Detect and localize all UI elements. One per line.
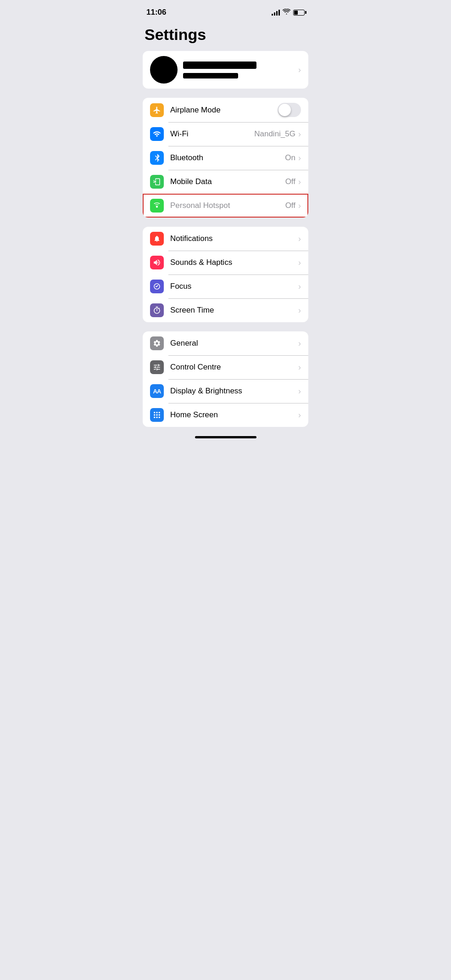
airplane-mode-toggle[interactable] xyxy=(278,103,301,117)
airplane-mode-label: Airplane Mode xyxy=(170,106,278,115)
display-brightness-label: Display & Brightness xyxy=(170,386,298,396)
display-brightness-row[interactable]: AA Display & Brightness › xyxy=(143,379,308,403)
general-row[interactable]: General › xyxy=(143,331,308,355)
notifications-icon xyxy=(150,232,164,246)
svg-rect-8 xyxy=(159,417,160,418)
display-group: General › Control Centre › AA Display & … xyxy=(143,331,308,427)
mobile-data-icon xyxy=(150,175,164,189)
status-time: 11:06 xyxy=(146,8,166,17)
svg-rect-2 xyxy=(159,412,160,413)
screen-time-row[interactable]: Screen Time › xyxy=(143,298,308,322)
general-icon xyxy=(150,336,164,350)
sounds-icon xyxy=(150,256,164,269)
home-screen-label: Home Screen xyxy=(170,410,298,420)
control-centre-chevron: › xyxy=(298,363,301,372)
screen-time-label: Screen Time xyxy=(170,306,298,315)
wifi-value: Nandini_5G xyxy=(254,129,295,139)
home-screen-chevron: › xyxy=(298,410,301,420)
svg-rect-0 xyxy=(154,412,155,413)
mobile-data-row[interactable]: Mobile Data Off › xyxy=(143,170,308,194)
control-centre-icon xyxy=(150,360,164,374)
airplane-mode-icon xyxy=(150,103,164,117)
chevron-icon: › xyxy=(298,65,301,75)
home-screen-icon xyxy=(150,408,164,422)
focus-label: Focus xyxy=(170,282,298,291)
screen-time-chevron: › xyxy=(298,306,301,315)
notifications-chevron: › xyxy=(298,234,301,244)
airplane-mode-row[interactable]: Airplane Mode xyxy=(143,98,308,122)
status-bar: 11:06 xyxy=(135,0,316,22)
display-brightness-chevron: › xyxy=(298,386,301,396)
wifi-settings-icon xyxy=(150,127,164,141)
home-indicator xyxy=(195,436,256,438)
notifications-group: Notifications › Sounds & Haptics › Focus… xyxy=(143,227,308,322)
svg-rect-4 xyxy=(156,414,158,416)
personal-hotspot-row[interactable]: Personal Hotspot Off › xyxy=(143,194,308,218)
bluetooth-row[interactable]: Bluetooth On › xyxy=(143,146,308,170)
svg-rect-1 xyxy=(156,412,158,413)
profile-content xyxy=(150,56,298,84)
hotspot-chevron: › xyxy=(298,201,301,211)
profile-info xyxy=(183,62,256,78)
general-chevron: › xyxy=(298,339,301,348)
sounds-chevron: › xyxy=(298,258,301,268)
wifi-chevron: › xyxy=(298,129,301,139)
profile-row[interactable]: › xyxy=(143,51,308,89)
avatar xyxy=(150,56,178,84)
svg-rect-5 xyxy=(159,414,160,416)
general-label: General xyxy=(170,339,298,348)
focus-chevron: › xyxy=(298,282,301,291)
svg-rect-7 xyxy=(156,417,158,418)
profile-name-redacted xyxy=(183,62,256,69)
connectivity-group: Airplane Mode Wi-Fi Nandini_5G › Bluetoo… xyxy=(143,98,308,218)
svg-rect-3 xyxy=(154,414,155,416)
svg-rect-6 xyxy=(154,417,155,418)
bluetooth-value: On xyxy=(285,153,295,162)
display-brightness-icon: AA xyxy=(150,384,164,398)
bluetooth-label: Bluetooth xyxy=(170,153,285,162)
mobile-data-value: Off xyxy=(285,177,295,186)
profile-card[interactable]: › xyxy=(143,51,308,89)
status-icons xyxy=(272,9,305,16)
control-centre-row[interactable]: Control Centre › xyxy=(143,355,308,379)
mobile-data-chevron: › xyxy=(298,177,301,187)
focus-row[interactable]: Focus › xyxy=(143,274,308,298)
bluetooth-icon xyxy=(150,151,164,165)
notifications-row[interactable]: Notifications › xyxy=(143,227,308,251)
focus-icon xyxy=(150,280,164,293)
wifi-label: Wi-Fi xyxy=(170,129,254,139)
hotspot-icon xyxy=(150,199,164,213)
hotspot-label: Personal Hotspot xyxy=(170,201,285,210)
page-title: Settings xyxy=(135,22,316,51)
screen-time-icon xyxy=(150,303,164,317)
notifications-label: Notifications xyxy=(170,234,298,243)
wifi-icon xyxy=(283,9,290,16)
bluetooth-chevron: › xyxy=(298,153,301,163)
sounds-haptics-row[interactable]: Sounds & Haptics › xyxy=(143,251,308,274)
mobile-data-label: Mobile Data xyxy=(170,177,285,186)
hotspot-value: Off xyxy=(285,201,295,210)
signal-icon xyxy=(272,10,280,16)
home-screen-row[interactable]: Home Screen › xyxy=(143,403,308,427)
profile-sub-redacted xyxy=(183,73,238,78)
sounds-haptics-label: Sounds & Haptics xyxy=(170,258,298,267)
battery-icon xyxy=(293,10,305,16)
control-centre-label: Control Centre xyxy=(170,363,298,372)
wifi-row[interactable]: Wi-Fi Nandini_5G › xyxy=(143,122,308,146)
